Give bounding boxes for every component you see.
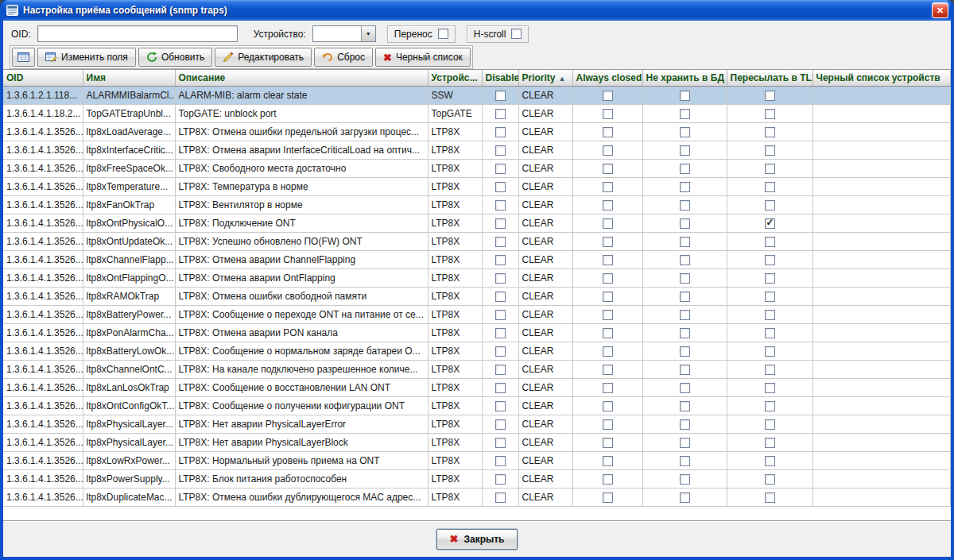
forward-tl1-checkbox[interactable] <box>765 292 775 302</box>
disabled-checkbox[interactable] <box>495 365 506 375</box>
reset-button[interactable]: Сброс <box>314 48 373 67</box>
disabled-checkbox[interactable] <box>495 273 506 284</box>
no-store-db-checkbox[interactable] <box>680 200 690 210</box>
always-closed-checkbox[interactable] <box>603 383 613 393</box>
forward-tl1-checkbox[interactable] <box>765 310 775 320</box>
table-row[interactable]: 1.3.6.1.4.1.3526...ltp8xChannelFlapp...L… <box>3 250 951 268</box>
disabled-checkbox[interactable] <box>495 255 506 265</box>
no-store-db-checkbox[interactable] <box>680 145 690 156</box>
forward-tl1-checkbox[interactable] <box>765 492 775 503</box>
table-row[interactable]: 1.3.6.1.4.1.3526...ltp8xPowerSupply...LT… <box>3 469 951 488</box>
disabled-checkbox[interactable] <box>495 492 506 503</box>
disabled-checkbox[interactable] <box>495 383 506 393</box>
table-row[interactable]: 1.3.6.1.4.1.3526...ltp8xRAMOkTrapLTP8X: … <box>3 287 951 305</box>
always-closed-checkbox[interactable] <box>603 456 613 466</box>
disabled-checkbox[interactable] <box>495 218 506 229</box>
forward-tl1-checkbox[interactable] <box>765 346 775 357</box>
no-store-db-checkbox[interactable] <box>680 292 690 302</box>
no-store-db-checkbox[interactable] <box>680 438 690 448</box>
forward-tl1-checkbox[interactable] <box>765 200 775 210</box>
always-closed-checkbox[interactable] <box>603 164 613 174</box>
no-store-db-checkbox[interactable] <box>680 255 690 265</box>
wrap-checkbox[interactable] <box>438 29 448 39</box>
forward-tl1-checkbox[interactable] <box>765 164 775 174</box>
forward-tl1-checkbox[interactable] <box>765 401 775 411</box>
always-closed-checkbox[interactable] <box>603 237 613 247</box>
forward-tl1-checkbox[interactable] <box>765 419 775 430</box>
always-closed-checkbox[interactable] <box>603 346 613 357</box>
forward-tl1-checkbox[interactable] <box>765 237 775 247</box>
edit-fields-button[interactable]: Изменить поля <box>37 48 136 67</box>
always-closed-checkbox[interactable] <box>603 200 613 210</box>
forward-tl1-checkbox[interactable] <box>765 273 775 284</box>
forward-tl1-checkbox[interactable] <box>765 474 775 485</box>
no-store-db-checkbox[interactable] <box>680 328 690 338</box>
always-closed-checkbox[interactable] <box>603 328 613 338</box>
column-header-7[interactable]: Always closed <box>572 70 642 86</box>
no-store-db-checkbox[interactable] <box>680 456 690 466</box>
forward-tl1-checkbox[interactable] <box>765 383 775 393</box>
no-store-db-checkbox[interactable] <box>680 109 690 119</box>
disabled-checkbox[interactable] <box>495 164 506 174</box>
always-closed-checkbox[interactable] <box>603 492 613 503</box>
table-row[interactable]: 1.3.6.1.4.1.3526...ltp8xLoadAverage...LT… <box>3 122 951 141</box>
table-row[interactable]: 1.3.6.1.4.1.3526...ltp8xDuplicateMac...L… <box>3 488 951 506</box>
always-closed-checkbox[interactable] <box>603 292 613 302</box>
no-store-db-checkbox[interactable] <box>680 164 690 174</box>
forward-tl1-checkbox[interactable] <box>765 438 775 448</box>
always-closed-checkbox[interactable] <box>603 127 613 137</box>
column-header-6[interactable]: Priority▲ <box>518 70 572 86</box>
no-store-db-checkbox[interactable] <box>680 401 690 411</box>
table-row[interactable]: 1.3.6.1.4.1.3526...ltp8xInterfaceCritic.… <box>3 141 951 159</box>
no-store-db-checkbox[interactable] <box>680 310 690 320</box>
no-store-db-checkbox[interactable] <box>680 237 690 247</box>
table-row[interactable]: 1.3.6.1.4.1.3526...ltp8xChannelOntC...LT… <box>3 360 951 378</box>
always-closed-checkbox[interactable] <box>603 273 613 284</box>
table-row[interactable]: 1.3.6.1.2.1.118...ALARMMIBalarmCl...ALAR… <box>3 86 951 104</box>
always-closed-checkbox[interactable] <box>603 109 613 119</box>
table-row[interactable]: 1.3.6.1.4.1.3526...ltp8xPhysicalLayer...… <box>3 433 951 451</box>
column-header-9[interactable]: Пересылать в TL1 <box>727 70 812 86</box>
column-header-10[interactable]: Черный список устройств <box>812 70 951 86</box>
no-store-db-checkbox[interactable] <box>680 419 690 430</box>
no-store-db-checkbox[interactable] <box>680 346 690 357</box>
forward-tl1-checkbox[interactable] <box>765 328 775 338</box>
always-closed-checkbox[interactable] <box>603 438 613 448</box>
disabled-checkbox[interactable] <box>495 292 506 302</box>
no-store-db-checkbox[interactable] <box>680 91 690 101</box>
blacklist-button[interactable]: ✖ Черный список <box>375 48 471 67</box>
disabled-checkbox[interactable] <box>495 145 506 156</box>
device-combobox[interactable]: ▼ <box>312 25 376 42</box>
column-header-4[interactable]: Устройс... <box>428 70 482 86</box>
disabled-checkbox[interactable] <box>495 419 506 430</box>
disabled-checkbox[interactable] <box>495 182 506 192</box>
table-row[interactable]: 1.3.6.1.4.1.3526...ltp8xOntUpdateOk...LT… <box>3 232 951 250</box>
table-row[interactable]: 1.3.6.1.4.1.3526...ltp8xBatteryLowOk...L… <box>3 342 951 360</box>
column-header-3[interactable]: Описание <box>175 70 428 86</box>
table-row[interactable]: 1.3.6.1.4.1.3526...ltp8xOntConfigOkT...L… <box>3 396 951 415</box>
table-row[interactable]: 1.3.6.1.4.1.3526...ltp8xOntPhysicalO...L… <box>3 214 951 232</box>
close-dialog-button[interactable]: ✖ Закрыть <box>436 529 518 550</box>
forward-tl1-checkbox[interactable] <box>765 145 775 156</box>
always-closed-checkbox[interactable] <box>603 145 613 156</box>
forward-tl1-checkbox[interactable] <box>765 127 775 137</box>
edit-button[interactable]: Редактировать <box>215 48 312 67</box>
table-row[interactable]: 1.3.6.1.4.1.3526...ltp8xPhysicalLayer...… <box>3 415 951 433</box>
forward-tl1-checkbox[interactable] <box>765 91 775 101</box>
always-closed-checkbox[interactable] <box>603 310 613 320</box>
disabled-checkbox[interactable] <box>495 91 506 101</box>
forward-tl1-checkbox[interactable] <box>765 182 775 192</box>
disabled-checkbox[interactable] <box>495 200 506 210</box>
disabled-checkbox[interactable] <box>495 109 506 119</box>
oid-input[interactable] <box>37 25 238 42</box>
always-closed-checkbox[interactable] <box>603 365 613 375</box>
forward-tl1-checkbox[interactable] <box>765 456 775 466</box>
always-closed-checkbox[interactable] <box>603 182 613 192</box>
no-store-db-checkbox[interactable] <box>680 218 690 229</box>
always-closed-checkbox[interactable] <box>603 91 613 101</box>
table-row[interactable]: 1.3.6.1.4.1.3526...ltp8xBatteryPower...L… <box>3 305 951 323</box>
disabled-checkbox[interactable] <box>495 237 506 247</box>
table-row[interactable]: 1.3.6.1.4.1.3526...ltp8xFanOkTrapLTP8X: … <box>3 195 951 214</box>
no-store-db-checkbox[interactable] <box>680 492 690 503</box>
always-closed-checkbox[interactable] <box>603 419 613 430</box>
